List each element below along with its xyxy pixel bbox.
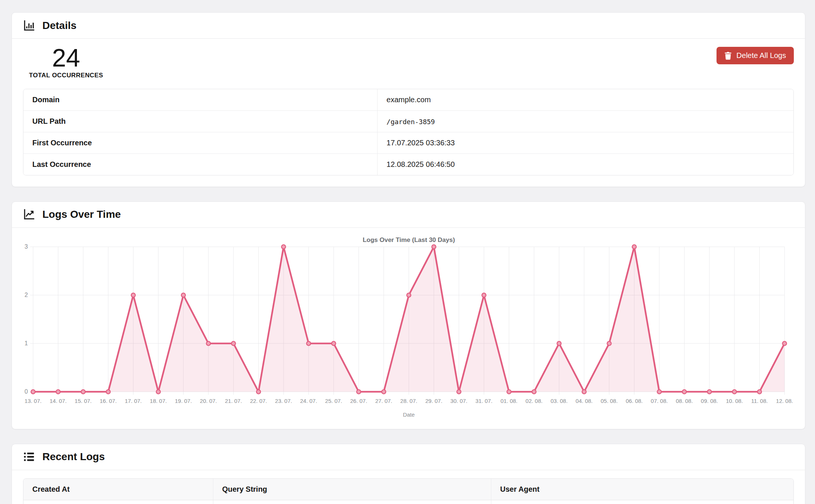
x-tick-label: 08. 08. — [676, 398, 693, 404]
log-created-at: 12.08.2025 06:46:50 — [23, 500, 213, 504]
chart-point — [582, 390, 586, 394]
chart-point — [256, 390, 261, 394]
chart-point — [131, 293, 135, 297]
x-axis-title: Date — [403, 411, 415, 418]
trash-icon — [724, 52, 732, 60]
details-row-label: First Occurrence — [23, 132, 378, 154]
chart-point — [307, 341, 311, 345]
x-tick-label: 27. 07. — [375, 398, 392, 404]
log-row: 12.08.2025 06:46:50No query stringMozill… — [23, 500, 793, 504]
x-tick-label: 12. 08. — [776, 398, 793, 404]
logs-over-time-chart: 012313. 07.14. 07.15. 07.16. 07.17. 07.1… — [23, 234, 795, 421]
x-tick-label: 01. 08. — [501, 398, 518, 404]
chart-point — [507, 390, 511, 394]
y-tick-label: 1 — [25, 340, 28, 346]
page: Details 24 TOTAL OCCURRENCES Delete All … — [0, 0, 815, 504]
chart-point — [181, 293, 185, 297]
chart-point — [357, 390, 361, 394]
details-row-label: Last Occurrence — [23, 154, 378, 175]
recent-logs-title: Recent Logs — [42, 451, 105, 463]
details-card-title: Details — [42, 20, 77, 32]
chart-point — [232, 341, 236, 345]
x-tick-label: 22. 07. — [250, 398, 267, 404]
x-tick-label: 24. 07. — [300, 398, 317, 404]
x-tick-label: 20. 07. — [200, 398, 217, 404]
logs-over-time-header: Logs Over Time — [12, 202, 805, 228]
x-tick-label: 19. 07. — [175, 398, 192, 404]
chart-point — [56, 390, 60, 394]
bar-chart-icon — [23, 20, 35, 32]
chart-point — [206, 341, 210, 345]
y-tick-label: 3 — [25, 243, 28, 250]
delete-all-logs-button[interactable]: Delete All Logs — [717, 47, 794, 64]
chart-point — [532, 390, 536, 394]
log-user-agent: Mozilla/5.0 (Windows NT 10.0; Win64; x64… — [491, 500, 793, 504]
x-tick-label: 23. 07. — [275, 398, 292, 404]
details-row: URL Path/garden-3859 — [23, 111, 793, 132]
recent-logs-header: Recent Logs — [12, 444, 805, 470]
chart-point — [31, 390, 35, 394]
column-header-user-agent: User Agent — [491, 479, 793, 500]
chart-point — [156, 390, 161, 394]
x-tick-label: 21. 07. — [225, 398, 242, 404]
x-tick-label: 06. 08. — [626, 398, 643, 404]
details-row-label: URL Path — [23, 111, 378, 132]
details-card-body: 24 TOTAL OCCURRENCES Delete All Logs Dom… — [12, 39, 805, 187]
x-tick-label: 03. 08. — [550, 398, 567, 404]
x-tick-label: 04. 08. — [576, 398, 593, 404]
logs-over-time-title: Logs Over Time — [42, 209, 121, 220]
recent-logs-table: Created At Query String User Agent 12.08… — [23, 478, 794, 504]
chart-point — [732, 390, 737, 394]
chart-point — [81, 390, 85, 394]
x-tick-label: 17. 07. — [125, 398, 142, 404]
chart-point — [106, 390, 110, 394]
details-row: Domainexample.com — [23, 89, 793, 111]
x-tick-label: 26. 07. — [350, 398, 367, 404]
details-row-value: example.com — [378, 89, 793, 110]
delete-all-logs-label: Delete All Logs — [737, 51, 786, 60]
x-tick-label: 09. 08. — [701, 398, 718, 404]
x-tick-label: 05. 08. — [601, 398, 618, 404]
details-row-value: 12.08.2025 06:46:50 — [378, 154, 793, 175]
chart-point — [757, 390, 761, 394]
recent-logs-card: Recent Logs Created At Query String User… — [12, 444, 805, 504]
log-query-string: No query string — [213, 500, 491, 504]
column-header-query-string: Query String — [213, 479, 491, 500]
chart-point — [407, 293, 411, 297]
recent-logs-table-header: Created At Query String User Agent — [23, 479, 793, 500]
x-tick-label: 18. 07. — [150, 398, 167, 404]
details-row: Last Occurrence12.08.2025 06:46:50 — [23, 154, 793, 175]
details-row-value: 17.07.2025 03:36:33 — [378, 132, 793, 154]
list-icon — [23, 451, 35, 463]
chart-point — [657, 390, 662, 394]
x-tick-label: 14. 07. — [49, 398, 67, 404]
chart-title: Logs Over Time (Last 30 Days) — [363, 236, 455, 243]
chart-point — [432, 245, 436, 249]
x-tick-label: 10. 08. — [726, 398, 743, 404]
line-chart-icon — [23, 209, 35, 220]
recent-logs-body: Created At Query String User Agent 12.08… — [12, 470, 805, 504]
chart-point — [482, 293, 486, 297]
details-card: Details 24 TOTAL OCCURRENCES Delete All … — [12, 12, 805, 187]
chart-point — [457, 390, 461, 394]
chart-point — [783, 341, 787, 345]
logs-over-time-card: Logs Over Time 012313. 07.14. 07.15. 07.… — [12, 201, 805, 429]
details-row-value: /garden-3859 — [378, 111, 793, 132]
chart-point — [607, 341, 611, 345]
total-occurrences: 24 TOTAL OCCURRENCES — [29, 44, 103, 79]
details-table: Domainexample.comURL Path/garden-3859Fir… — [23, 89, 794, 175]
details-row: First Occurrence17.07.2025 03:36:33 — [23, 132, 793, 154]
x-tick-label: 11. 08. — [751, 398, 768, 404]
chart-point — [707, 390, 711, 394]
chart-point — [382, 390, 386, 394]
x-tick-label: 07. 08. — [651, 398, 668, 404]
chart-point — [632, 245, 636, 249]
chart-container: 012313. 07.14. 07.15. 07.16. 07.17. 07.1… — [12, 228, 805, 429]
y-tick-label: 0 — [25, 388, 28, 395]
details-row-label: Domain — [23, 89, 378, 110]
x-tick-label: 29. 07. — [425, 398, 442, 404]
chart-point — [557, 341, 561, 345]
chart-point — [282, 245, 286, 249]
y-tick-label: 2 — [25, 292, 28, 298]
total-occurrences-value: 24 — [29, 44, 103, 72]
